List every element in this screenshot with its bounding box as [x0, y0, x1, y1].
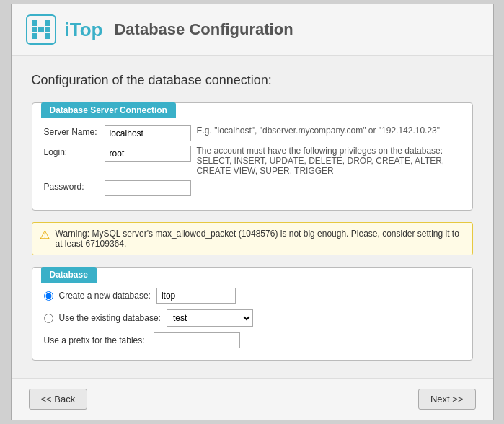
back-button[interactable]: << Back	[29, 389, 88, 410]
login-label: Login:	[44, 143, 105, 178]
warning-box: ⚠ Warning: MySQL server's max_allowed_pa…	[32, 222, 473, 255]
password-input[interactable]	[105, 180, 191, 196]
server-name-input[interactable]	[105, 125, 191, 141]
next-button[interactable]: Next >>	[418, 389, 476, 410]
server-name-input-cell	[105, 123, 197, 143]
server-name-label: Server Name:	[44, 123, 105, 143]
create-new-row: Create a new database:	[44, 288, 461, 304]
logo-box	[26, 14, 56, 45]
connection-form-table: Server Name: E.g. "localhost", "dbserver…	[44, 123, 461, 198]
database-form: Create a new database: Use the existing …	[44, 288, 461, 348]
logo-cell	[45, 20, 50, 26]
new-database-name-input[interactable]	[156, 288, 236, 304]
logo-cell	[32, 20, 37, 26]
logo-cell	[45, 33, 50, 39]
database-section: Database Create a new database: Use the …	[32, 267, 473, 361]
prefix-row: Use a prefix for the tables:	[44, 332, 461, 348]
password-label: Password:	[44, 178, 105, 198]
use-existing-label[interactable]: Use the existing database:	[59, 313, 161, 323]
connection-form: Server Name: E.g. "localhost", "dbserver…	[44, 123, 461, 198]
login-input[interactable]	[105, 146, 191, 162]
existing-db-select-wrapper: test itop information_schema	[167, 309, 253, 327]
prefix-label: Use a prefix for the tables:	[44, 335, 145, 345]
content-area: Configuration of the database connection…	[12, 56, 493, 378]
header: iTop Database Configuration	[12, 4, 493, 56]
logo-cell	[38, 27, 44, 32]
warning-text: Warning: MySQL server's max_allowed_pack…	[56, 229, 465, 249]
create-new-radio[interactable]	[44, 291, 53, 301]
connection-section: Database Server Connection Server Name: …	[32, 102, 473, 211]
logo-cell	[32, 33, 37, 39]
password-input-cell	[105, 178, 197, 198]
connection-section-tab: Database Server Connection	[41, 102, 176, 118]
footer: << Back Next >>	[12, 378, 493, 420]
create-new-label[interactable]: Create a new database:	[59, 291, 151, 301]
existing-db-select[interactable]: test itop information_schema	[167, 309, 253, 327]
server-name-row: Server Name: E.g. "localhost", "dbserver…	[44, 123, 461, 143]
logo-grid	[32, 20, 50, 39]
page-header-title: Database Configuration	[114, 20, 293, 39]
database-radio-group: Create a new database: Use the existing …	[44, 288, 461, 327]
logo-cell	[38, 20, 44, 26]
use-existing-radio[interactable]	[44, 314, 53, 323]
database-section-tab: Database	[41, 267, 97, 283]
password-row: Password:	[44, 178, 461, 198]
logo-cell	[45, 27, 50, 32]
warning-icon: ⚠	[40, 228, 50, 242]
app-name: iTop	[65, 19, 103, 41]
server-name-hint: E.g. "localhost", "dbserver.mycompany.co…	[197, 123, 461, 143]
login-hint: The account must have the following priv…	[197, 143, 461, 178]
logo-cell	[38, 33, 44, 39]
login-row: Login: The account must have the followi…	[44, 143, 461, 178]
section-heading: Configuration of the database connection…	[32, 73, 473, 88]
login-input-cell	[105, 143, 197, 178]
main-window: iTop Database Configuration Configuratio…	[11, 4, 494, 420]
password-hint	[197, 178, 461, 198]
logo-cell	[32, 27, 37, 32]
use-existing-row: Use the existing database: test itop inf…	[44, 309, 461, 327]
prefix-input[interactable]	[154, 332, 240, 348]
